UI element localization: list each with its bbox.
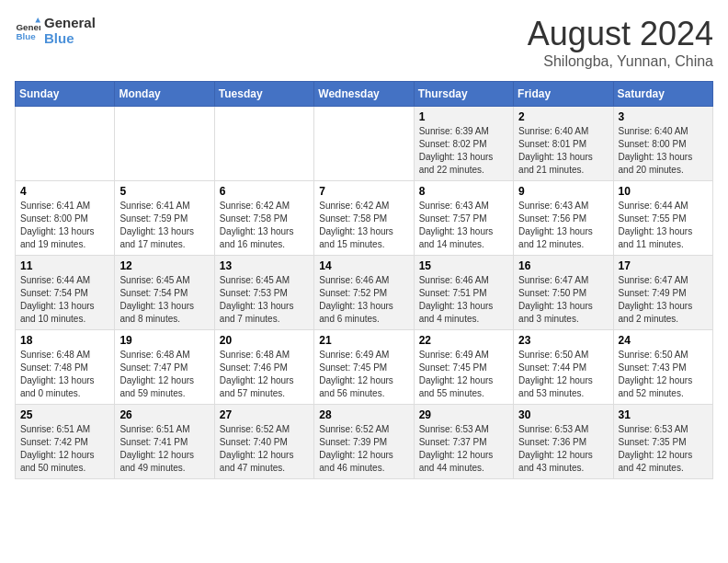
day-number: 25: [20, 408, 109, 421]
logo-line2: Blue: [44, 30, 96, 46]
header-wednesday: Wednesday: [314, 82, 414, 107]
day-info: Sunrise: 6:43 AM Sunset: 7:57 PM Dayligh…: [419, 200, 508, 251]
calendar-cell: 12Sunrise: 6:45 AM Sunset: 7:54 PM Dayli…: [115, 256, 214, 330]
calendar-cell: 14Sunrise: 6:46 AM Sunset: 7:52 PM Dayli…: [314, 256, 414, 330]
calendar-cell: 2Sunrise: 6:40 AM Sunset: 8:01 PM Daylig…: [514, 107, 613, 181]
calendar-cell: 23Sunrise: 6:50 AM Sunset: 7:44 PM Dayli…: [514, 330, 613, 405]
day-info: Sunrise: 6:51 AM Sunset: 7:41 PM Dayligh…: [119, 423, 209, 475]
day-number: 5: [119, 185, 209, 198]
calendar-cell: 21Sunrise: 6:49 AM Sunset: 7:45 PM Dayli…: [314, 330, 414, 405]
calendar-cell: 27Sunrise: 6:52 AM Sunset: 7:40 PM Dayli…: [214, 405, 313, 479]
calendar-cell: [16, 107, 115, 181]
day-number: 3: [619, 110, 708, 123]
day-info: Sunrise: 6:47 AM Sunset: 7:49 PM Dayligh…: [619, 274, 708, 326]
calendar-cell: 16Sunrise: 6:47 AM Sunset: 7:50 PM Dayli…: [514, 256, 613, 330]
day-info: Sunrise: 6:48 AM Sunset: 7:48 PM Dayligh…: [20, 349, 109, 400]
logo-line1: General: [44, 15, 96, 30]
day-number: 19: [119, 334, 209, 347]
day-info: Sunrise: 6:42 AM Sunset: 7:58 PM Dayligh…: [220, 200, 309, 251]
header-tuesday: Tuesday: [214, 82, 313, 107]
calendar-header-row: SundayMondayTuesdayWednesdayThursdayFrid…: [16, 82, 713, 107]
day-info: Sunrise: 6:40 AM Sunset: 8:01 PM Dayligh…: [518, 125, 608, 177]
calendar-cell: 6Sunrise: 6:42 AM Sunset: 7:58 PM Daylig…: [214, 181, 313, 256]
day-info: Sunrise: 6:44 AM Sunset: 7:55 PM Dayligh…: [619, 200, 708, 251]
calendar-cell: 29Sunrise: 6:53 AM Sunset: 7:37 PM Dayli…: [414, 405, 513, 479]
calendar-cell: 25Sunrise: 6:51 AM Sunset: 7:42 PM Dayli…: [16, 405, 115, 479]
calendar-cell: 22Sunrise: 6:49 AM Sunset: 7:45 PM Dayli…: [414, 330, 513, 405]
calendar-cell: [115, 107, 214, 181]
day-info: Sunrise: 6:43 AM Sunset: 7:56 PM Dayligh…: [518, 200, 608, 251]
calendar-cell: 31Sunrise: 6:53 AM Sunset: 7:35 PM Dayli…: [613, 405, 712, 479]
calendar-cell: 1Sunrise: 6:39 AM Sunset: 8:02 PM Daylig…: [414, 107, 513, 181]
header-thursday: Thursday: [414, 82, 513, 107]
day-info: Sunrise: 6:48 AM Sunset: 7:47 PM Dayligh…: [119, 349, 209, 400]
calendar-cell: 15Sunrise: 6:46 AM Sunset: 7:51 PM Dayli…: [414, 256, 513, 330]
week-row-3: 11Sunrise: 6:44 AM Sunset: 7:54 PM Dayli…: [16, 256, 713, 330]
calendar-cell: 11Sunrise: 6:44 AM Sunset: 7:54 PM Dayli…: [16, 256, 115, 330]
header-sunday: Sunday: [16, 82, 115, 107]
day-number: 2: [518, 110, 608, 123]
day-info: Sunrise: 6:47 AM Sunset: 7:50 PM Dayligh…: [518, 274, 608, 326]
day-info: Sunrise: 6:50 AM Sunset: 7:44 PM Dayligh…: [518, 349, 608, 400]
day-info: Sunrise: 6:46 AM Sunset: 7:51 PM Dayligh…: [419, 274, 508, 326]
day-info: Sunrise: 6:45 AM Sunset: 7:53 PM Dayligh…: [220, 274, 309, 326]
day-number: 23: [518, 334, 608, 347]
week-row-4: 18Sunrise: 6:48 AM Sunset: 7:48 PM Dayli…: [16, 330, 713, 405]
calendar-cell: 9Sunrise: 6:43 AM Sunset: 7:56 PM Daylig…: [514, 181, 613, 256]
svg-marker-2: [35, 17, 40, 23]
day-info: Sunrise: 6:39 AM Sunset: 8:02 PM Dayligh…: [419, 125, 508, 177]
calendar-cell: 13Sunrise: 6:45 AM Sunset: 7:53 PM Dayli…: [214, 256, 313, 330]
day-info: Sunrise: 6:52 AM Sunset: 7:39 PM Dayligh…: [319, 423, 408, 475]
day-info: Sunrise: 6:50 AM Sunset: 7:43 PM Dayligh…: [619, 349, 708, 400]
day-number: 22: [419, 334, 508, 347]
day-number: 8: [419, 185, 508, 198]
day-info: Sunrise: 6:53 AM Sunset: 7:37 PM Dayligh…: [419, 423, 508, 475]
week-row-1: 1Sunrise: 6:39 AM Sunset: 8:02 PM Daylig…: [16, 107, 713, 181]
day-info: Sunrise: 6:41 AM Sunset: 7:59 PM Dayligh…: [119, 200, 209, 251]
calendar-cell: 8Sunrise: 6:43 AM Sunset: 7:57 PM Daylig…: [414, 181, 513, 256]
calendar-cell: [314, 107, 414, 181]
logo: General Blue General Blue: [15, 15, 96, 46]
day-info: Sunrise: 6:40 AM Sunset: 8:00 PM Dayligh…: [619, 125, 708, 177]
header-saturday: Saturday: [613, 82, 712, 107]
calendar-cell: 7Sunrise: 6:42 AM Sunset: 7:58 PM Daylig…: [314, 181, 414, 256]
week-row-5: 25Sunrise: 6:51 AM Sunset: 7:42 PM Dayli…: [16, 405, 713, 479]
day-number: 16: [518, 259, 608, 272]
day-number: 9: [518, 185, 608, 198]
day-info: Sunrise: 6:51 AM Sunset: 7:42 PM Dayligh…: [20, 423, 109, 475]
header-friday: Friday: [514, 82, 613, 107]
calendar-cell: 20Sunrise: 6:48 AM Sunset: 7:46 PM Dayli…: [214, 330, 313, 405]
calendar-cell: 17Sunrise: 6:47 AM Sunset: 7:49 PM Dayli…: [613, 256, 712, 330]
calendar-cell: 18Sunrise: 6:48 AM Sunset: 7:48 PM Dayli…: [16, 330, 115, 405]
day-info: Sunrise: 6:45 AM Sunset: 7:54 PM Dayligh…: [119, 274, 209, 326]
title-area: August 2024 Shilongba, Yunnan, China: [528, 15, 713, 70]
day-number: 24: [619, 334, 708, 347]
day-info: Sunrise: 6:52 AM Sunset: 7:40 PM Dayligh…: [220, 423, 309, 475]
calendar-cell: 24Sunrise: 6:50 AM Sunset: 7:43 PM Dayli…: [613, 330, 712, 405]
week-row-2: 4Sunrise: 6:41 AM Sunset: 8:00 PM Daylig…: [16, 181, 713, 256]
day-number: 27: [220, 408, 309, 421]
day-info: Sunrise: 6:48 AM Sunset: 7:46 PM Dayligh…: [220, 349, 309, 400]
day-number: 4: [20, 185, 109, 198]
day-info: Sunrise: 6:49 AM Sunset: 7:45 PM Dayligh…: [319, 349, 408, 400]
calendar-cell: 10Sunrise: 6:44 AM Sunset: 7:55 PM Dayli…: [613, 181, 712, 256]
calendar-cell: 28Sunrise: 6:52 AM Sunset: 7:39 PM Dayli…: [314, 405, 414, 479]
day-number: 15: [419, 259, 508, 272]
calendar-cell: 3Sunrise: 6:40 AM Sunset: 8:00 PM Daylig…: [613, 107, 712, 181]
day-info: Sunrise: 6:44 AM Sunset: 7:54 PM Dayligh…: [20, 274, 109, 326]
day-number: 30: [518, 408, 608, 421]
day-number: 21: [319, 334, 408, 347]
day-number: 31: [619, 408, 708, 421]
day-number: 18: [20, 334, 109, 347]
day-info: Sunrise: 6:46 AM Sunset: 7:52 PM Dayligh…: [319, 274, 408, 326]
day-number: 20: [220, 334, 309, 347]
day-info: Sunrise: 6:49 AM Sunset: 7:45 PM Dayligh…: [419, 349, 508, 400]
day-number: 17: [619, 259, 708, 272]
calendar-cell: 26Sunrise: 6:51 AM Sunset: 7:41 PM Dayli…: [115, 405, 214, 479]
calendar-cell: [214, 107, 313, 181]
day-number: 26: [119, 408, 209, 421]
svg-text:Blue: Blue: [16, 31, 36, 41]
calendar-cell: 4Sunrise: 6:41 AM Sunset: 8:00 PM Daylig…: [16, 181, 115, 256]
day-number: 1: [419, 110, 508, 123]
day-number: 10: [619, 185, 708, 198]
